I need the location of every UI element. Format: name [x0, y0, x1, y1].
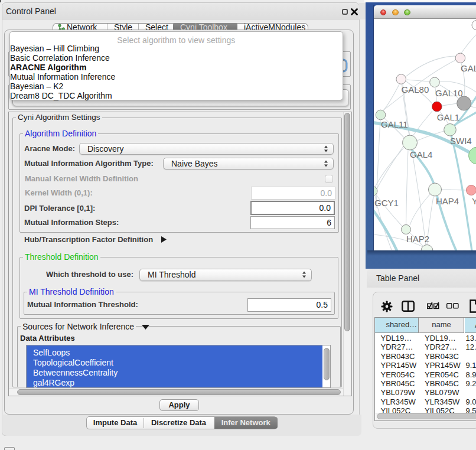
svg-text:SWI4: SWI4 — [450, 136, 472, 146]
svg-text:GAL11: GAL11 — [381, 119, 408, 129]
svg-text:HAP2: HAP2 — [406, 234, 429, 244]
svg-text:GAL4: GAL4 — [410, 149, 432, 159]
svg-text:HAP4: HAP4 — [436, 196, 459, 206]
svg-text:GAL1: GAL1 — [437, 112, 459, 122]
svg-text:GAL7: GAL7 — [461, 63, 476, 73]
svg-text:GCY1: GCY1 — [374, 198, 399, 208]
svg-text:GAL80: GAL80 — [402, 84, 429, 94]
svg-text:GAL10: GAL10 — [435, 88, 463, 98]
svg-text:Y: Y — [472, 196, 476, 206]
